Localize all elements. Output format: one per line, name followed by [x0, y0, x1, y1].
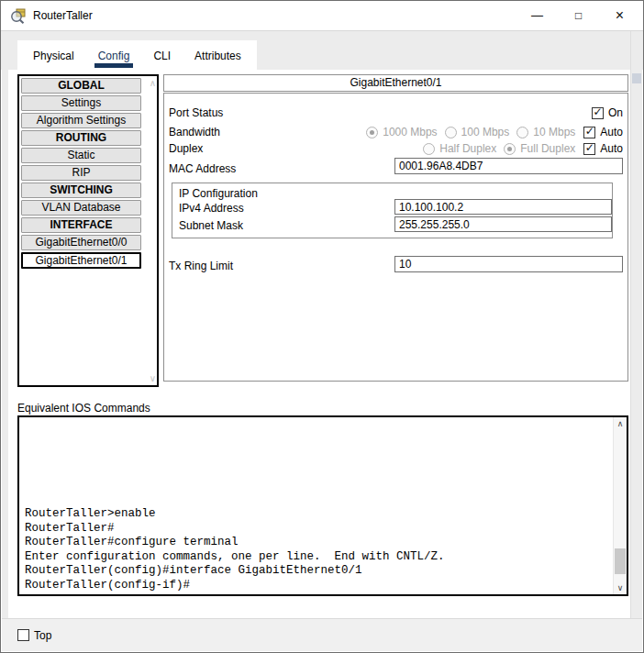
sidebar-item-gigabitethernet0-1[interactable]: GigabitEthernet0/1 — [21, 252, 141, 269]
sidebar-item-interface[interactable]: INTERFACE — [21, 217, 141, 233]
terminal-line: RouterTaller#configure terminal — [25, 536, 445, 550]
duplex-auto-checkbox[interactable]: ✓ — [583, 143, 595, 155]
ip-configuration-title: IP Configuration — [179, 187, 258, 200]
ipv4-address-input[interactable] — [394, 199, 612, 215]
bandwidth-radio-label: 100 Mbps — [461, 126, 510, 138]
terminal-line: RouterTaller(config)#interface GigabitEt… — [25, 564, 445, 579]
tx-ring-limit-input[interactable] — [394, 256, 623, 272]
terminal-line: RouterTaller>enable — [25, 507, 445, 522]
tab-group: PhysicalConfigCLIAttributes — [17, 40, 257, 71]
port-status-row: Port Status ✓ On — [169, 105, 623, 120]
port-status-checkbox[interactable]: ✓ — [592, 107, 604, 119]
duplex-radio-half-duplex[interactable] — [423, 143, 435, 155]
terminal-line: RouterTaller(config-if)# — [25, 579, 445, 593]
duplex-row: Duplex Half DuplexFull Duplex✓ Auto — [169, 141, 623, 156]
sidebar-scroll-down-icon[interactable]: ∨ — [150, 373, 156, 383]
bandwidth-row: Bandwidth 1000 Mbps100 Mbps10 Mbps✓ Auto — [169, 125, 623, 139]
ip-configuration-group: IP Configuration IPv4 Address Subnet Mas… — [172, 183, 613, 238]
packet-tracer-icon — [9, 7, 27, 24]
terminal-text: RouterTaller>enableRouterTaller#RouterTa… — [25, 507, 445, 592]
ios-commands-label: Equivalent IOS Commands — [17, 402, 150, 415]
app-window: RouterTaller — □ × PhysicalConfigCLIAttr… — [0, 0, 644, 653]
sidebar-item-global[interactable]: GLOBAL — [21, 78, 141, 94]
sidebar-item-rip[interactable]: RIP — [21, 165, 141, 181]
bandwidth-radio-label: 1000 Mbps — [383, 126, 437, 138]
tab-cli[interactable]: CLI — [141, 40, 183, 71]
terminal-scrollbar[interactable]: ∧ ∨ — [613, 417, 627, 594]
bandwidth-radio-label: 10 Mbps — [533, 126, 575, 138]
window-controls: — □ × — [516, 1, 640, 29]
tx-ring-limit-label: Tx Ring Limit — [169, 260, 233, 272]
sidebar-scroll-up-icon[interactable]: ∧ — [150, 78, 156, 88]
terminal-scrollbar-thumb[interactable] — [615, 548, 626, 574]
ipv4-address-label: IPv4 Address — [179, 202, 244, 215]
tab-strip: PhysicalConfigCLIAttributes — [1, 30, 643, 70]
config-sidebar: GLOBALSettingsAlgorithm SettingsROUTINGS… — [17, 74, 159, 387]
terminal-line: Enter configuration commands, one per li… — [25, 550, 445, 565]
sidebar-item-routing[interactable]: ROUTING — [21, 130, 141, 146]
check-icon: ✓ — [585, 143, 594, 152]
sidebar-item-settings[interactable]: Settings — [21, 95, 141, 111]
terminal-scroll-down-icon[interactable]: ∨ — [614, 583, 627, 592]
duplex-auto-label: Auto — [600, 142, 623, 155]
sidebar-item-vlan-database[interactable]: VLAN Database — [21, 200, 141, 216]
terminal-scroll-up-icon[interactable]: ∧ — [614, 419, 627, 428]
duplex-label: Duplex — [169, 142, 203, 155]
sidebar-item-static[interactable]: Static — [21, 148, 141, 163]
bandwidth-radio-10-mbps[interactable] — [516, 127, 528, 138]
mac-address-label: MAC Address — [169, 162, 236, 175]
title-bar: RouterTaller — □ × — [1, 1, 643, 30]
bandwidth-label: Bandwidth — [169, 126, 220, 138]
bottom-bar: Top — [2, 618, 642, 651]
bandwidth-auto-checkbox[interactable]: ✓ — [583, 127, 595, 138]
interface-panel-title: GigabitEthernet0/1 — [163, 74, 628, 92]
port-status-label: Port Status — [169, 106, 223, 119]
top-checkbox[interactable] — [17, 629, 29, 641]
left-gutter — [2, 31, 8, 619]
duplex-radio-label: Full Duplex — [520, 142, 575, 155]
page-scrollbar[interactable] — [630, 31, 642, 619]
top-checkbox-label: Top — [34, 629, 51, 642]
bandwidth-radio-1000-mbps[interactable] — [366, 127, 378, 138]
bandwidth-auto-label: Auto — [600, 126, 623, 138]
sidebar-item-switching[interactable]: SWITCHING — [21, 183, 141, 198]
close-icon[interactable]: × — [599, 1, 640, 29]
port-status-on-label: On — [608, 106, 623, 119]
check-icon: ✓ — [585, 127, 594, 136]
interface-panel: Port Status ✓ On Bandwidth 1000 Mbps100 … — [163, 93, 628, 382]
minimize-icon[interactable]: — — [516, 1, 558, 29]
tab-attributes[interactable]: Attributes — [183, 40, 253, 71]
mac-address-input[interactable] — [394, 158, 623, 174]
ios-commands-terminal: RouterTaller>enableRouterTaller#RouterTa… — [17, 415, 628, 596]
sidebar-item-algorithm-settings[interactable]: Algorithm Settings — [21, 113, 141, 128]
maximize-icon[interactable]: □ — [558, 1, 599, 29]
check-icon: ✓ — [593, 107, 602, 116]
duplex-radio-full-duplex[interactable] — [504, 143, 516, 155]
tab-config[interactable]: Config — [86, 40, 142, 71]
subnet-mask-input[interactable] — [394, 216, 612, 232]
sidebar-list: GLOBALSettingsAlgorithm SettingsROUTINGS… — [21, 78, 141, 271]
subnet-mask-label: Subnet Mask — [179, 219, 243, 232]
duplex-radio-label: Half Duplex — [439, 142, 496, 155]
sidebar-item-gigabitethernet0-0[interactable]: GigabitEthernet0/0 — [21, 235, 141, 250]
window-title: RouterTaller — [33, 9, 93, 22]
terminal-line: RouterTaller# — [25, 522, 445, 537]
bandwidth-radio-100-mbps[interactable] — [445, 127, 457, 138]
tab-physical[interactable]: Physical — [21, 40, 86, 71]
page-scrollbar-thumb[interactable] — [632, 73, 641, 83]
